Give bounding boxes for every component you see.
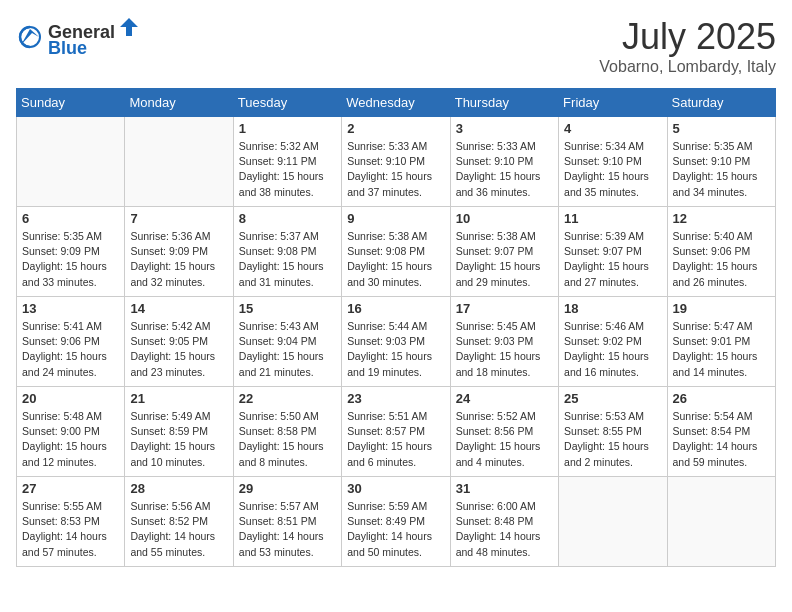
header-monday: Monday [125,89,233,117]
day-number: 3 [456,121,553,136]
day-info: Sunrise: 5:46 AMSunset: 9:02 PMDaylight:… [564,319,661,380]
week-row-4: 20Sunrise: 5:48 AMSunset: 9:00 PMDayligh… [17,387,776,477]
calendar-cell [125,117,233,207]
calendar-cell: 4Sunrise: 5:34 AMSunset: 9:10 PMDaylight… [559,117,667,207]
calendar-cell: 8Sunrise: 5:37 AMSunset: 9:08 PMDaylight… [233,207,341,297]
day-info: Sunrise: 5:33 AMSunset: 9:10 PMDaylight:… [456,139,553,200]
day-info: Sunrise: 5:34 AMSunset: 9:10 PMDaylight:… [564,139,661,200]
header-saturday: Saturday [667,89,775,117]
day-number: 18 [564,301,661,316]
day-number: 9 [347,211,444,226]
calendar-cell: 19Sunrise: 5:47 AMSunset: 9:01 PMDayligh… [667,297,775,387]
day-number: 5 [673,121,770,136]
day-number: 1 [239,121,336,136]
day-number: 22 [239,391,336,406]
day-number: 19 [673,301,770,316]
calendar-cell: 9Sunrise: 5:38 AMSunset: 9:08 PMDaylight… [342,207,450,297]
month-title: July 2025 [599,16,776,58]
header-wednesday: Wednesday [342,89,450,117]
day-info: Sunrise: 5:59 AMSunset: 8:49 PMDaylight:… [347,499,444,560]
calendar-cell: 5Sunrise: 5:35 AMSunset: 9:10 PMDaylight… [667,117,775,207]
calendar-cell: 29Sunrise: 5:57 AMSunset: 8:51 PMDayligh… [233,477,341,567]
calendar-cell [667,477,775,567]
day-info: Sunrise: 5:53 AMSunset: 8:55 PMDaylight:… [564,409,661,470]
day-info: Sunrise: 5:48 AMSunset: 9:00 PMDaylight:… [22,409,119,470]
day-number: 23 [347,391,444,406]
day-number: 31 [456,481,553,496]
day-info: Sunrise: 5:42 AMSunset: 9:05 PMDaylight:… [130,319,227,380]
calendar-cell: 2Sunrise: 5:33 AMSunset: 9:10 PMDaylight… [342,117,450,207]
calendar-cell: 1Sunrise: 5:32 AMSunset: 9:11 PMDaylight… [233,117,341,207]
day-info: Sunrise: 5:35 AMSunset: 9:10 PMDaylight:… [673,139,770,200]
day-info: Sunrise: 5:44 AMSunset: 9:03 PMDaylight:… [347,319,444,380]
calendar-table: SundayMondayTuesdayWednesdayThursdayFrid… [16,88,776,567]
day-number: 13 [22,301,119,316]
calendar-cell: 25Sunrise: 5:53 AMSunset: 8:55 PMDayligh… [559,387,667,477]
day-number: 14 [130,301,227,316]
calendar-cell [559,477,667,567]
logo: General Blue [16,16,142,59]
day-info: Sunrise: 5:57 AMSunset: 8:51 PMDaylight:… [239,499,336,560]
location-title: Vobarno, Lombardy, Italy [599,58,776,76]
header-sunday: Sunday [17,89,125,117]
calendar-cell: 3Sunrise: 5:33 AMSunset: 9:10 PMDaylight… [450,117,558,207]
calendar-cell: 31Sunrise: 6:00 AMSunset: 8:48 PMDayligh… [450,477,558,567]
header-tuesday: Tuesday [233,89,341,117]
day-number: 30 [347,481,444,496]
day-info: Sunrise: 5:43 AMSunset: 9:04 PMDaylight:… [239,319,336,380]
calendar-header-row: SundayMondayTuesdayWednesdayThursdayFrid… [17,89,776,117]
day-number: 15 [239,301,336,316]
calendar-cell: 20Sunrise: 5:48 AMSunset: 9:00 PMDayligh… [17,387,125,477]
calendar-cell: 16Sunrise: 5:44 AMSunset: 9:03 PMDayligh… [342,297,450,387]
day-number: 28 [130,481,227,496]
calendar-cell: 7Sunrise: 5:36 AMSunset: 9:09 PMDaylight… [125,207,233,297]
day-info: Sunrise: 5:33 AMSunset: 9:10 PMDaylight:… [347,139,444,200]
day-info: Sunrise: 5:56 AMSunset: 8:52 PMDaylight:… [130,499,227,560]
day-number: 21 [130,391,227,406]
logo-blue: Blue [48,38,87,58]
calendar-cell: 26Sunrise: 5:54 AMSunset: 8:54 PMDayligh… [667,387,775,477]
day-info: Sunrise: 5:38 AMSunset: 9:08 PMDaylight:… [347,229,444,290]
logo-icon [16,23,44,51]
day-number: 17 [456,301,553,316]
day-info: Sunrise: 5:37 AMSunset: 9:08 PMDaylight:… [239,229,336,290]
calendar-cell: 30Sunrise: 5:59 AMSunset: 8:49 PMDayligh… [342,477,450,567]
calendar-cell: 10Sunrise: 5:38 AMSunset: 9:07 PMDayligh… [450,207,558,297]
day-info: Sunrise: 5:47 AMSunset: 9:01 PMDaylight:… [673,319,770,380]
calendar-cell: 24Sunrise: 5:52 AMSunset: 8:56 PMDayligh… [450,387,558,477]
calendar-cell: 21Sunrise: 5:49 AMSunset: 8:59 PMDayligh… [125,387,233,477]
svg-marker-2 [120,18,138,36]
day-info: Sunrise: 6:00 AMSunset: 8:48 PMDaylight:… [456,499,553,560]
week-row-3: 13Sunrise: 5:41 AMSunset: 9:06 PMDayligh… [17,297,776,387]
week-row-5: 27Sunrise: 5:55 AMSunset: 8:53 PMDayligh… [17,477,776,567]
day-info: Sunrise: 5:50 AMSunset: 8:58 PMDaylight:… [239,409,336,470]
day-info: Sunrise: 5:45 AMSunset: 9:03 PMDaylight:… [456,319,553,380]
logo-arrow-icon [118,16,140,38]
calendar-cell: 22Sunrise: 5:50 AMSunset: 8:58 PMDayligh… [233,387,341,477]
calendar-cell: 15Sunrise: 5:43 AMSunset: 9:04 PMDayligh… [233,297,341,387]
header-friday: Friday [559,89,667,117]
day-info: Sunrise: 5:38 AMSunset: 9:07 PMDaylight:… [456,229,553,290]
day-number: 20 [22,391,119,406]
week-row-2: 6Sunrise: 5:35 AMSunset: 9:09 PMDaylight… [17,207,776,297]
day-number: 7 [130,211,227,226]
day-info: Sunrise: 5:54 AMSunset: 8:54 PMDaylight:… [673,409,770,470]
day-number: 4 [564,121,661,136]
calendar-cell: 28Sunrise: 5:56 AMSunset: 8:52 PMDayligh… [125,477,233,567]
day-number: 10 [456,211,553,226]
day-number: 16 [347,301,444,316]
calendar-cell: 17Sunrise: 5:45 AMSunset: 9:03 PMDayligh… [450,297,558,387]
calendar-cell: 12Sunrise: 5:40 AMSunset: 9:06 PMDayligh… [667,207,775,297]
day-info: Sunrise: 5:51 AMSunset: 8:57 PMDaylight:… [347,409,444,470]
day-number: 25 [564,391,661,406]
calendar-cell: 11Sunrise: 5:39 AMSunset: 9:07 PMDayligh… [559,207,667,297]
calendar-cell: 6Sunrise: 5:35 AMSunset: 9:09 PMDaylight… [17,207,125,297]
day-info: Sunrise: 5:49 AMSunset: 8:59 PMDaylight:… [130,409,227,470]
calendar-cell: 23Sunrise: 5:51 AMSunset: 8:57 PMDayligh… [342,387,450,477]
day-number: 12 [673,211,770,226]
week-row-1: 1Sunrise: 5:32 AMSunset: 9:11 PMDaylight… [17,117,776,207]
day-number: 6 [22,211,119,226]
day-number: 29 [239,481,336,496]
calendar-cell: 18Sunrise: 5:46 AMSunset: 9:02 PMDayligh… [559,297,667,387]
day-number: 26 [673,391,770,406]
